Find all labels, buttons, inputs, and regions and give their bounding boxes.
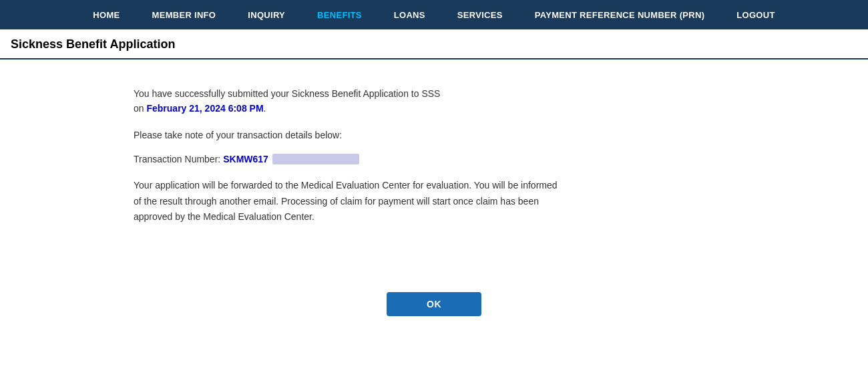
main-nav: HOME MEMBER INFO INQUIRY BENEFITS LOANS … bbox=[0, 0, 868, 29]
submission-date-suffix: . bbox=[264, 103, 266, 114]
success-text-line1: You have successfully submitted your Sic… bbox=[134, 88, 440, 99]
ok-button[interactable]: OK bbox=[387, 292, 481, 316]
transaction-number-redacted bbox=[272, 154, 359, 164]
nav-member-info[interactable]: MEMBER INFO bbox=[136, 0, 232, 29]
transaction-number-value: SKMW617 bbox=[223, 154, 268, 164]
success-message: You have successfully submitted your Sic… bbox=[134, 86, 561, 116]
transaction-note: Please take note of your transaction det… bbox=[134, 130, 561, 140]
button-section: OK bbox=[0, 279, 868, 336]
nav-benefits[interactable]: BENEFITS bbox=[301, 0, 378, 29]
page-title: Sickness Benefit Application bbox=[11, 37, 857, 51]
submission-date: February 21, 2024 6:08 PM bbox=[146, 103, 263, 114]
nav-services[interactable]: SERVICES bbox=[441, 0, 519, 29]
nav-prn[interactable]: PAYMENT REFERENCE NUMBER (PRN) bbox=[519, 0, 721, 29]
nav-logout[interactable]: LOGOUT bbox=[720, 0, 791, 29]
nav-home[interactable]: HOME bbox=[77, 0, 136, 29]
success-text-prefix: on bbox=[134, 103, 146, 114]
main-content: You have successfully submitted your Sic… bbox=[0, 59, 601, 279]
transaction-number-label: Transaction Number: bbox=[134, 154, 220, 164]
nav-loans[interactable]: LOANS bbox=[378, 0, 441, 29]
transaction-number-line: Transaction Number: SKMW617 bbox=[134, 154, 561, 164]
forwarding-note: Your application will be forwarded to th… bbox=[134, 178, 561, 225]
page-title-section: Sickness Benefit Application bbox=[0, 29, 868, 59]
nav-inquiry[interactable]: INQUIRY bbox=[232, 0, 301, 29]
